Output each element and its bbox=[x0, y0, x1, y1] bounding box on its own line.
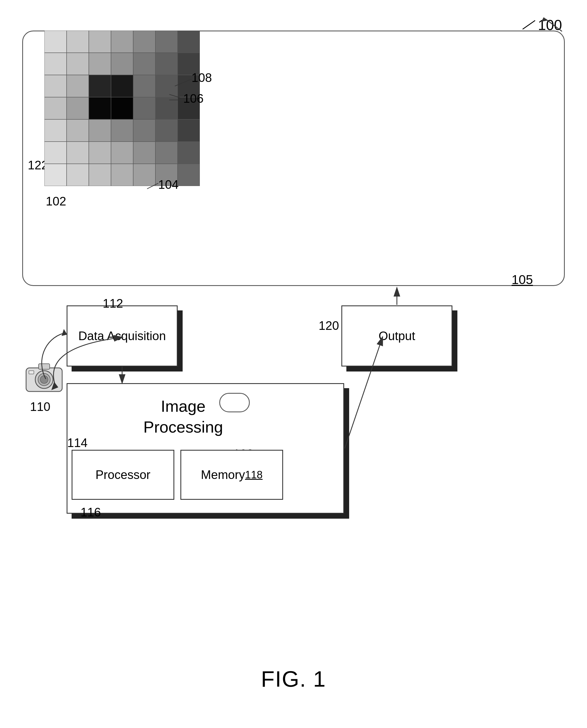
svg-rect-19 bbox=[156, 75, 178, 97]
figure-label: FIG. 1 bbox=[261, 666, 326, 692]
svg-rect-43 bbox=[67, 164, 89, 186]
svg-point-52 bbox=[40, 376, 48, 383]
svg-rect-26 bbox=[156, 97, 178, 119]
svg-rect-14 bbox=[44, 75, 67, 97]
ref-label-120: 120 bbox=[319, 319, 339, 333]
svg-rect-41 bbox=[178, 142, 200, 164]
svg-rect-42 bbox=[44, 164, 67, 186]
svg-rect-6 bbox=[178, 30, 200, 53]
pixel-grid bbox=[44, 30, 200, 186]
svg-rect-5 bbox=[156, 30, 178, 53]
svg-rect-46 bbox=[133, 164, 156, 186]
output-box: Output bbox=[342, 305, 452, 366]
svg-rect-0 bbox=[44, 30, 67, 53]
svg-rect-24 bbox=[111, 97, 133, 119]
svg-rect-33 bbox=[156, 119, 178, 142]
svg-rect-54 bbox=[29, 371, 34, 374]
svg-rect-32 bbox=[133, 119, 156, 142]
svg-rect-7 bbox=[44, 53, 67, 75]
svg-rect-3 bbox=[111, 30, 133, 53]
svg-marker-65 bbox=[62, 329, 67, 336]
svg-rect-40 bbox=[156, 142, 178, 164]
svg-rect-44 bbox=[89, 164, 111, 186]
svg-rect-12 bbox=[156, 53, 178, 75]
ref-label-110: 110 bbox=[30, 400, 50, 414]
svg-rect-15 bbox=[67, 75, 89, 97]
svg-rect-38 bbox=[111, 142, 133, 164]
oval-shape bbox=[219, 393, 250, 412]
memory-box: Memory118 bbox=[181, 450, 283, 500]
ref-label-106: 106 bbox=[183, 92, 204, 106]
svg-rect-10 bbox=[111, 53, 133, 75]
svg-rect-53 bbox=[39, 364, 50, 369]
ref-label-112: 112 bbox=[103, 297, 123, 311]
svg-rect-36 bbox=[67, 142, 89, 164]
svg-rect-31 bbox=[111, 119, 133, 142]
svg-rect-23 bbox=[89, 97, 111, 119]
svg-rect-2 bbox=[89, 30, 111, 53]
ref-label-102: 102 bbox=[46, 195, 66, 208]
svg-rect-30 bbox=[89, 119, 111, 142]
processor-box: Processor bbox=[72, 450, 174, 500]
ref-label-108: 108 bbox=[191, 71, 212, 85]
svg-rect-37 bbox=[89, 142, 111, 164]
svg-line-66 bbox=[545, 19, 562, 31]
svg-rect-48 bbox=[178, 164, 200, 186]
svg-rect-22 bbox=[67, 97, 89, 119]
svg-rect-17 bbox=[111, 75, 133, 97]
ref-label-104: 104 bbox=[158, 178, 179, 191]
camera-icon bbox=[23, 358, 65, 394]
svg-rect-29 bbox=[67, 119, 89, 142]
svg-rect-4 bbox=[133, 30, 156, 53]
svg-rect-11 bbox=[133, 53, 156, 75]
svg-rect-8 bbox=[67, 53, 89, 75]
svg-rect-35 bbox=[44, 142, 67, 164]
svg-rect-25 bbox=[133, 97, 156, 119]
svg-rect-34 bbox=[178, 119, 200, 142]
svg-rect-16 bbox=[89, 75, 111, 97]
svg-rect-1 bbox=[67, 30, 89, 53]
data-acquisition-box: Data Acquisition bbox=[67, 305, 178, 366]
svg-rect-9 bbox=[89, 53, 111, 75]
ref-label-105: 105 bbox=[512, 272, 533, 287]
svg-rect-21 bbox=[44, 97, 67, 119]
svg-rect-39 bbox=[133, 142, 156, 164]
svg-rect-28 bbox=[44, 119, 67, 142]
ref-label-114: 114 bbox=[67, 436, 88, 450]
ref-label-116: 116 bbox=[80, 505, 101, 519]
ref-100-arrow bbox=[537, 13, 570, 36]
svg-rect-18 bbox=[133, 75, 156, 97]
svg-rect-45 bbox=[111, 164, 133, 186]
